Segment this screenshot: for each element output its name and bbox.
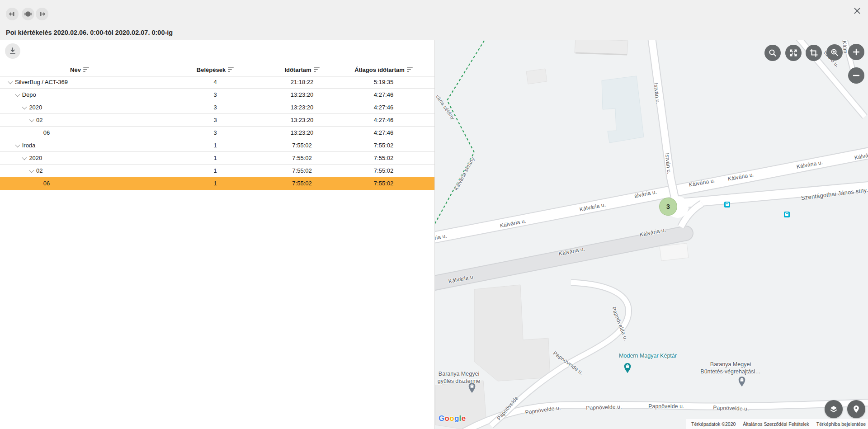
attribution-link[interactable]: Térképhiba bejelentése	[816, 421, 866, 427]
duration-value: 13:23:20	[271, 117, 333, 123]
name-cell: Depo	[0, 89, 159, 101]
column-header-idotartam[interactable]: Időtartam	[271, 66, 333, 73]
layers-icon	[829, 404, 839, 414]
entries-value: 1	[159, 180, 271, 187]
avg-duration-value: 5:19:35	[333, 79, 434, 85]
avg-duration-value: 7:55:02	[333, 155, 434, 161]
duration-value: 21:18:22	[271, 79, 333, 85]
name-cell: 2020	[0, 152, 159, 164]
column-header-atlagos-idotartam[interactable]: Átlagos időtartam	[333, 66, 434, 73]
entries-value: 3	[159, 91, 271, 98]
layout-center-button[interactable]	[22, 8, 34, 20]
map-zoom-out-button[interactable]	[848, 67, 864, 84]
arrow-to-bar-left-icon	[8, 10, 16, 18]
row-name: SilverBug / ACT-369	[15, 79, 68, 85]
table-row[interactable]: 2020313:23:204:27:46	[0, 101, 434, 114]
google-logo-letter: o	[445, 414, 450, 423]
avg-duration-value: 4:27:46	[333, 129, 434, 136]
panel-layout-icon	[24, 10, 32, 18]
fullscreen-icon	[789, 48, 798, 57]
expand-chevron-icon	[34, 177, 43, 189]
avg-duration-value: 7:55:02	[333, 167, 434, 174]
download-button[interactable]	[5, 43, 20, 59]
name-cell: SilverBug / ACT-369	[0, 76, 159, 88]
table-body: SilverBug / ACT-369421:18:225:19:35Depo3…	[0, 76, 434, 190]
minus-icon	[852, 71, 861, 80]
expand-chevron-icon[interactable]	[6, 76, 15, 88]
table-header: NévBelépésekIdőtartamÁtlagos időtartam	[0, 63, 434, 76]
sort-icon	[314, 66, 320, 73]
collapse-right-button[interactable]	[36, 8, 48, 20]
expand-chevron-icon[interactable]	[27, 114, 36, 126]
table-row[interactable]: 0617:55:027:55:02	[0, 177, 434, 190]
entries-value: 1	[159, 167, 271, 174]
avg-duration-value: 4:27:46	[333, 117, 434, 123]
column-header-label: Név	[70, 66, 81, 73]
poi-pin-icon-baranya-buntetes[interactable]	[738, 376, 746, 389]
attribution-link[interactable]: Általános Szerződési Feltételek	[743, 421, 809, 427]
location-pin-icon	[852, 405, 861, 414]
row-name: 06	[43, 180, 50, 187]
duration-value: 13:23:20	[271, 104, 333, 111]
close-icon[interactable]	[852, 5, 863, 16]
avg-duration-value: 4:27:46	[333, 91, 434, 98]
search-icon	[768, 48, 777, 57]
poi-label-line: Büntetés-végrehajtási…	[700, 368, 760, 375]
name-cell: 02	[0, 165, 159, 177]
map-layers-button[interactable]	[825, 400, 843, 418]
row-name: 2020	[29, 155, 42, 161]
expand-chevron-icon[interactable]	[20, 152, 29, 164]
map-canvas	[435, 40, 868, 429]
expand-chevron-icon[interactable]	[13, 89, 22, 101]
entries-value: 3	[159, 117, 271, 123]
map-search-button[interactable]	[764, 45, 781, 61]
table-row[interactable]: Depo313:23:204:27:46	[0, 89, 434, 101]
google-logo[interactable]: Google	[439, 414, 466, 423]
name-cell: Iroda	[0, 139, 159, 151]
map-zoom-in-button[interactable]	[848, 44, 864, 60]
avg-duration-value: 4:27:46	[333, 104, 434, 111]
avg-duration-value: 7:55:02	[333, 180, 434, 187]
bus-stop-icon[interactable]	[724, 202, 730, 207]
google-logo-letter: g	[454, 414, 459, 423]
map-fullscreen-button[interactable]	[785, 45, 802, 61]
map-crop-button[interactable]	[806, 45, 822, 61]
app-window: Poi kiértékelés 2020.02.06. 0:00-tól 202…	[0, 0, 868, 429]
poi-label-modern-magyar-keptar[interactable]: Modern Magyar Képtár	[619, 352, 677, 359]
table-row[interactable]: SilverBug / ACT-369421:18:225:19:35	[0, 76, 434, 89]
collapse-left-button[interactable]	[6, 8, 19, 20]
entries-value: 3	[159, 129, 271, 136]
table-row[interactable]: 0217:55:027:55:02	[0, 165, 434, 177]
poi-label-baranya-buntetes[interactable]: Baranya MegyeiBüntetés-végrehajtási…	[700, 361, 760, 375]
duration-value: 13:23:20	[271, 91, 333, 98]
sort-icon	[83, 66, 89, 73]
expand-chevron-icon[interactable]	[20, 101, 29, 113]
map-panel[interactable]: ria u.Kálvária u.Kálvária u.álvária u.Ká…	[434, 40, 868, 429]
bus-stop-icon[interactable]	[784, 212, 790, 217]
column-header-label: Belépések	[197, 66, 226, 73]
plus-icon	[852, 47, 861, 57]
table-row[interactable]: 202017:55:027:55:02	[0, 152, 434, 165]
cluster-marker[interactable]: 3	[659, 198, 677, 216]
poi-pin-icon-baranya-gyules[interactable]	[468, 382, 476, 396]
entries-value: 3	[159, 104, 271, 111]
table-row[interactable]: 02313:23:204:27:46	[0, 114, 434, 127]
duration-value: 7:55:02	[271, 167, 333, 174]
poi-pin-icon-modern-magyar-keptar[interactable]	[623, 363, 632, 376]
sort-icon	[407, 66, 413, 73]
map-location-button[interactable]	[847, 400, 865, 418]
table-row[interactable]: 06313:23:204:27:46	[0, 127, 434, 139]
map-zoom-area-button[interactable]	[826, 44, 843, 61]
arrow-to-bar-right-icon	[38, 10, 46, 18]
name-cell: 2020	[0, 101, 159, 113]
row-name: 02	[36, 117, 42, 123]
column-header-belepesek[interactable]: Belépések	[159, 66, 271, 73]
entries-value: 1	[159, 155, 271, 161]
duration-value: 7:55:02	[271, 142, 333, 149]
expand-chevron-icon[interactable]	[27, 165, 36, 177]
expand-chevron-icon[interactable]	[13, 139, 22, 151]
expand-chevron-icon	[34, 127, 43, 139]
column-header-nev[interactable]: Név	[0, 66, 159, 73]
table-row[interactable]: Iroda17:55:027:55:02	[0, 139, 434, 152]
row-name: 06	[43, 129, 50, 136]
